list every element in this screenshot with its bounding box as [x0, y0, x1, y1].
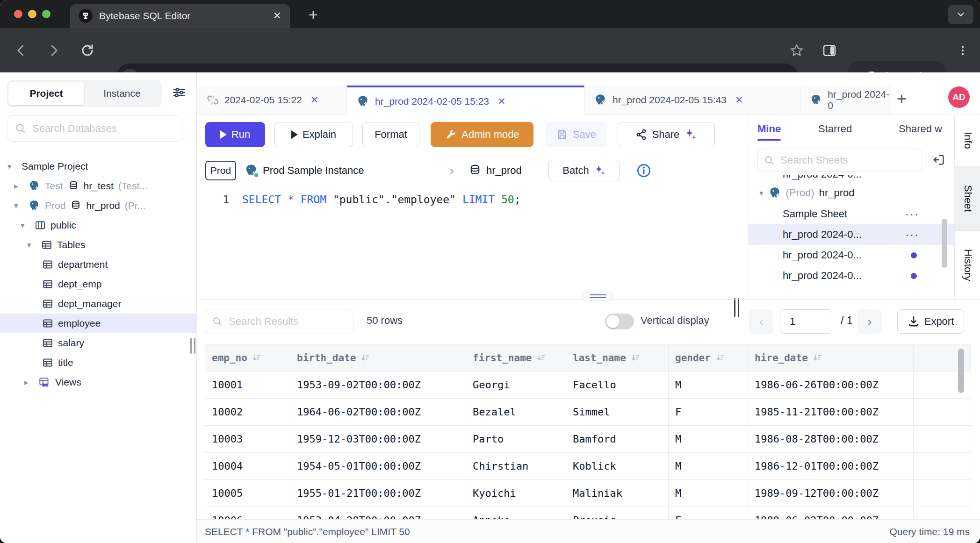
sheet-item-unsaved-2[interactable]: hr_prod 2024-0... [748, 265, 954, 286]
tree-item-views[interactable]: ▸ Views [0, 372, 197, 392]
sql-editor[interactable]: 1 SELECT * FROM "public"."employee" LIMI… [197, 187, 747, 299]
window-close-button[interactable] [14, 10, 22, 18]
worksheet-tab-1[interactable]: 2024-02-05 15:22 ✕ [197, 86, 347, 114]
forward-icon[interactable] [42, 28, 65, 72]
vertical-display-toggle[interactable] [605, 314, 634, 329]
splitter-drag-handle[interactable] [583, 292, 613, 301]
table-icon [42, 318, 53, 329]
reload-icon[interactable] [76, 28, 99, 72]
tree-item-table-department[interactable]: department [0, 255, 197, 274]
side-panel-icon[interactable] [822, 28, 837, 72]
table-cell: Maliniak [566, 480, 669, 507]
connection-info-icon[interactable] [636, 163, 651, 178]
tree-item-schema-public[interactable]: ▾ public [0, 215, 197, 235]
run-button[interactable]: Run [205, 122, 265, 147]
caret-right-icon[interactable]: ▸ [14, 181, 23, 191]
caret-down-icon[interactable]: ▾ [7, 162, 17, 171]
format-button[interactable]: Format [362, 122, 419, 147]
sort-icon[interactable] [360, 353, 371, 363]
rail-tab-history[interactable]: History [955, 231, 980, 299]
sheet-item-clipped-top[interactable]: hr_prod 2024-0... [748, 175, 954, 182]
sheet-list-scrollbar[interactable] [942, 219, 947, 268]
back-icon[interactable] [9, 28, 33, 72]
results-scrollbar[interactable] [958, 349, 964, 393]
tab-shared-with-me[interactable]: Shared w [899, 123, 942, 135]
more-options-icon[interactable]: ··· [905, 228, 919, 241]
tree-item-tables[interactable]: ▾ Tables [0, 235, 197, 255]
caret-down-icon[interactable]: ▾ [21, 221, 30, 230]
more-options-icon[interactable]: ··· [905, 207, 919, 221]
window-zoom-button[interactable] [42, 10, 50, 18]
tree-item-table-salary[interactable]: salary [0, 333, 197, 353]
tree-item-hr-prod[interactable]: ▾ Prod hr_prod (Pr... [0, 196, 197, 215]
prev-page-button[interactable]: ‹ [749, 309, 773, 334]
new-worksheet-icon[interactable]: + [897, 89, 907, 109]
tree-item-project[interactable]: ▾ Sample Project [0, 157, 197, 176]
share-button[interactable]: Share [618, 122, 715, 147]
save-button[interactable]: Save [546, 122, 606, 147]
column-header-emp_no[interactable]: emp_no [205, 344, 290, 372]
admin-mode-button[interactable]: Admin mode [431, 122, 533, 147]
sheet-item-unsaved-1[interactable]: hr_prod 2024-0... [748, 245, 954, 265]
caret-down-icon[interactable]: ▾ [14, 201, 23, 211]
tree-item-hr-test[interactable]: ▸ Test hr_test (Test... [0, 176, 197, 196]
close-tab-icon[interactable]: ✕ [310, 94, 319, 106]
filter-sliders-icon[interactable] [172, 86, 186, 100]
search-results-input[interactable]: Search Results [205, 309, 353, 334]
caret-down-icon[interactable]: ▾ [759, 188, 764, 198]
instance-breadcrumb[interactable]: Prod Sample Instance [244, 164, 364, 178]
worksheet-tab-2-active[interactable]: hr_prod 2024-02-05 15:23 ✕ [347, 86, 584, 115]
rail-tab-info[interactable]: Info [955, 115, 980, 166]
tab-project[interactable]: Project [8, 82, 84, 105]
column-header-last_name[interactable]: last_name [566, 344, 669, 372]
tab-mine[interactable]: Mine [757, 123, 781, 135]
close-tab-icon[interactable]: ✕ [735, 94, 743, 106]
browser-tab-close-icon[interactable]: ✕ [273, 10, 281, 22]
search-databases-input[interactable]: Search Databases [7, 115, 182, 142]
browser-window: Bytebase SQL Editor ✕ + localhost:8080/s… [0, 0, 980, 543]
bookmark-star-icon[interactable] [789, 28, 804, 72]
window-minimize-button[interactable] [28, 10, 36, 18]
sheet-item-sample-sheet[interactable]: Sample Sheet ··· [748, 204, 954, 224]
tree-item-table-title[interactable]: title [0, 353, 197, 372]
export-button[interactable]: Export [897, 309, 964, 334]
table-cell: 1955-01-21T00:00:00Z [290, 480, 466, 507]
caret-down-icon[interactable]: ▾ [27, 240, 36, 250]
sort-icon[interactable] [631, 353, 641, 363]
results-header-row: emp_nobirth_datefirst_namelast_namegende… [205, 344, 971, 372]
explain-button[interactable]: Explain [274, 122, 353, 147]
browser-tab[interactable]: Bytebase SQL Editor ✕ [70, 4, 290, 28]
caret-right-icon[interactable]: ▸ [24, 378, 34, 387]
page-number-input[interactable] [780, 309, 832, 334]
tree-item-table-dept-manager[interactable]: dept_manager [0, 294, 197, 314]
column-header-birth_date[interactable]: birth_date [290, 344, 466, 372]
search-sheets-input[interactable]: Search Sheets [757, 149, 922, 172]
batch-button[interactable]: Batch [548, 160, 620, 181]
database-breadcrumb[interactable]: hr_prod [468, 164, 522, 177]
sort-icon[interactable] [715, 353, 726, 363]
sidebar-resize-handle[interactable] [190, 338, 195, 354]
sheet-item-current[interactable]: hr_prod 2024-0... ··· [748, 224, 954, 245]
tab-starred[interactable]: Starred [818, 123, 852, 135]
column-header-hire_date[interactable]: hire_date [748, 344, 914, 372]
column-header-gender[interactable]: gender [669, 344, 748, 372]
tab-search-chevron-icon[interactable] [948, 5, 973, 24]
sheet-group-hr-prod[interactable]: ▾ (Prod) hr_prod [748, 182, 954, 204]
column-header-first_name[interactable]: first_name [466, 344, 566, 372]
sort-icon[interactable] [813, 353, 823, 363]
worksheet-tab-4[interactable]: hr_prod 2024-0 [800, 86, 891, 114]
next-page-button[interactable]: › [858, 309, 882, 334]
rail-tab-sheet[interactable]: Sheet [955, 166, 980, 231]
table-cell: Parto [466, 426, 566, 453]
worksheet-tab-3[interactable]: hr_prod 2024-02-05 15:43 ✕ [584, 86, 800, 114]
user-avatar[interactable]: AD [948, 86, 970, 108]
chrome-menu-icon[interactable] [957, 28, 969, 72]
tree-item-table-dept-emp[interactable]: dept_emp [0, 274, 197, 294]
tab-instance[interactable]: Instance [84, 82, 160, 105]
browser-new-tab-icon[interactable]: + [309, 6, 318, 24]
sort-icon[interactable] [252, 353, 262, 363]
sort-icon[interactable] [536, 353, 547, 363]
collapse-panel-icon[interactable] [932, 153, 945, 166]
close-tab-icon[interactable]: ✕ [497, 96, 506, 107]
tree-item-table-employee[interactable]: employee [0, 314, 197, 333]
